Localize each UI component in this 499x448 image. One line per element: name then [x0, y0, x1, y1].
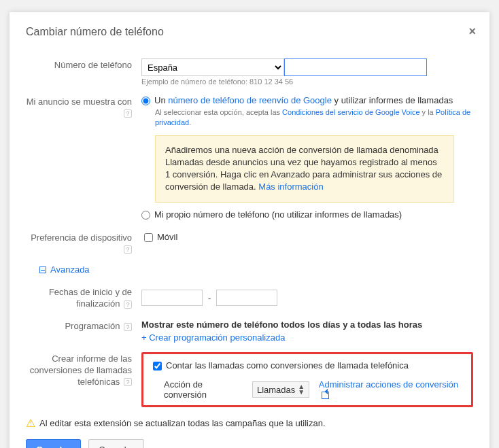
- modal-title: Cambiar número de teléfono: [26, 26, 473, 38]
- warning-icon: ⚠: [26, 417, 35, 430]
- phone-example: Ejemplo de número de teléfono: 810 12 34…: [141, 77, 473, 86]
- external-link-icon: [322, 392, 329, 399]
- country-select[interactable]: España: [141, 58, 284, 76]
- show-with-label: Mi anuncio se muestra con ?: [26, 95, 141, 222]
- help-icon[interactable]: ?: [124, 378, 132, 386]
- fineprint: Al seleccionar esta opción, acepta las C…: [155, 107, 473, 128]
- radio-google-forward-label: Un número de teléfono de reenvío de Goog…: [154, 95, 453, 105]
- close-icon[interactable]: ×: [468, 24, 476, 39]
- checkbox-mobile[interactable]: [144, 233, 153, 242]
- checkbox-count-calls-label: Contar las llamadas como conversiones de…: [166, 360, 409, 371]
- help-icon[interactable]: ?: [124, 245, 132, 254]
- start-date-input[interactable]: [141, 290, 203, 306]
- help-icon[interactable]: ?: [124, 109, 132, 118]
- modal-change-phone: × Cambiar número de teléfono Número de t…: [10, 12, 489, 448]
- link-manage-conversion-actions[interactable]: Administrar acciones de conversión: [319, 379, 464, 400]
- help-icon[interactable]: ?: [124, 323, 132, 331]
- row-conversion-report: Crear informe de las conversiones de lla…: [26, 352, 473, 407]
- report-label: Crear informe de las conversiones de lla…: [26, 352, 141, 407]
- row-device-pref: Preferencia de dispositivo ? Móvil: [26, 231, 473, 256]
- radio-google-forward[interactable]: [141, 97, 150, 105]
- button-row: Guardar Cancelar: [26, 439, 473, 448]
- radio-own-number-label: Mi propio número de teléfono (no utiliza…: [154, 209, 402, 220]
- checkbox-mobile-label: Móvil: [157, 231, 177, 241]
- conversion-action-select[interactable]: Llamadas ▲▼: [252, 381, 309, 398]
- collapse-icon: [39, 266, 46, 273]
- link-more-info[interactable]: Más información: [258, 182, 323, 192]
- link-create-schedule[interactable]: + Crear programación personalizada: [141, 332, 473, 343]
- dates-label: Fechas de inicio y de finalización ?: [26, 286, 141, 310]
- schedule-text: Mostrar este número de teléfono todos lo…: [141, 320, 473, 330]
- info-box: Añadiremos una nueva acción de conversió…: [155, 135, 454, 203]
- warning-row: ⚠ Al editar esta extensión se actualizan…: [26, 417, 473, 430]
- save-button[interactable]: Guardar: [26, 439, 81, 448]
- warning-text: Al editar esta extensión se actualizan t…: [39, 418, 326, 428]
- advanced-toggle[interactable]: Avanzada: [39, 264, 473, 275]
- date-separator: -: [208, 293, 211, 303]
- link-voice-terms[interactable]: Condiciones del servicio de Google Voice: [282, 108, 419, 116]
- link-google-forward-number[interactable]: número de teléfono de reenvío de Google: [168, 95, 332, 105]
- device-pref-label: Preferencia de dispositivo ?: [26, 231, 141, 256]
- row-phone: Número de teléfono España Ejemplo de núm…: [26, 58, 473, 86]
- phone-input[interactable]: [284, 58, 427, 76]
- end-date-input[interactable]: [216, 290, 277, 306]
- radio-own-number[interactable]: [141, 211, 150, 220]
- sort-icon: ▲▼: [298, 384, 305, 395]
- help-icon[interactable]: ?: [124, 300, 132, 309]
- checkbox-count-calls[interactable]: [153, 362, 162, 371]
- row-show-with: Mi anuncio se muestra con ? Un número de…: [26, 95, 473, 222]
- schedule-label: Programación ?: [26, 320, 141, 343]
- row-dates: Fechas de inicio y de finalización ? -: [26, 286, 473, 310]
- phone-label: Número de teléfono: [26, 58, 141, 86]
- conversion-highlight-box: Contar las llamadas como conversiones de…: [141, 352, 473, 407]
- conversion-action-label: Acción de conversión: [164, 379, 245, 400]
- cancel-button[interactable]: Cancelar: [88, 439, 144, 448]
- row-schedule: Programación ? Mostrar este número de te…: [26, 320, 473, 343]
